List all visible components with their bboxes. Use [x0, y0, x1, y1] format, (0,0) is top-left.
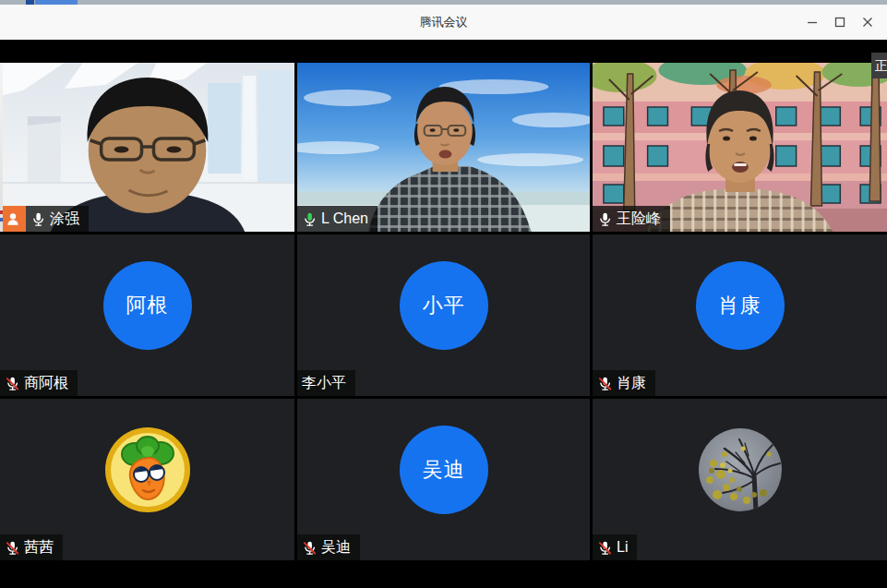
mic-muted-icon	[302, 540, 318, 556]
participant-name: 涂强	[50, 210, 79, 229]
sliver-blue-dot	[0, 218, 3, 222]
maximize-button[interactable]	[826, 8, 854, 36]
mic-speaking-icon	[302, 211, 318, 227]
window-controls	[798, 5, 881, 40]
nameplate: 涂强	[26, 206, 89, 232]
tile-lixiaoping[interactable]: 小平 李小平	[297, 234, 590, 396]
sliver-red-dot	[0, 210, 3, 214]
background-left-sliver	[0, 63, 3, 232]
minimize-button[interactable]	[798, 8, 826, 36]
participant-name: L Chen	[321, 210, 368, 227]
nameplate: 茜茜	[0, 534, 63, 560]
mic-muted-icon	[5, 376, 20, 391]
tile-qianqian[interactable]: 茜茜	[0, 399, 294, 560]
nameplate: 李小平	[297, 370, 355, 396]
tree-photo-avatar	[699, 428, 782, 511]
mic-on-icon	[30, 211, 46, 227]
maximize-icon	[834, 17, 845, 28]
mic-muted-icon	[5, 540, 20, 556]
nameplate: 王险峰	[593, 206, 670, 232]
title-bar: 腾讯会议	[0, 5, 887, 40]
tile-shangagen[interactable]: 阿根 商阿根	[0, 234, 294, 396]
video-grid: 涂强	[0, 63, 887, 560]
mic-on-icon	[597, 211, 613, 227]
nameplate: 吴迪	[297, 534, 360, 560]
carrot-avatar	[104, 426, 191, 513]
close-button[interactable]	[854, 8, 881, 36]
participant-name: 茜茜	[24, 538, 54, 558]
person-icon	[5, 210, 21, 227]
tile-wudi[interactable]: 吴迪 吴迪	[297, 399, 590, 560]
participant-name: 吴迪	[321, 538, 351, 558]
participant-name: 肖康	[617, 374, 646, 393]
tile-wangxianfeng[interactable]: 王险峰	[593, 63, 887, 232]
host-badge	[0, 206, 26, 232]
meeting-content: 正	[0, 40, 887, 588]
tile-li[interactable]: Li	[593, 399, 887, 560]
minimize-icon	[807, 17, 818, 28]
participant-name: 商阿根	[24, 374, 68, 393]
avatar-initials: 阿根	[103, 261, 192, 350]
nameplate: 商阿根	[0, 370, 78, 396]
close-icon	[862, 17, 873, 28]
participant-name: 李小平	[302, 374, 346, 393]
avatar-initials: 吴迪	[400, 426, 488, 514]
nameplate: Li	[593, 534, 637, 560]
mic-muted-icon	[597, 376, 613, 391]
participant-name: Li	[617, 539, 628, 556]
tile-l-chen[interactable]: L Chen	[297, 63, 590, 232]
tile-xiaokang[interactable]: 肖康 肖康	[593, 234, 887, 396]
nameplate: 肖康	[593, 370, 655, 396]
mic-muted-icon	[597, 540, 613, 556]
nameplate: L Chen	[297, 206, 378, 232]
participant-name: 王险峰	[617, 210, 661, 229]
speaking-indicator-badge: 正	[871, 53, 887, 78]
avatar-initials: 肖康	[696, 261, 785, 350]
avatar-initials: 小平	[400, 261, 488, 350]
tile-tuqiang[interactable]: 涂强	[0, 63, 294, 232]
window-title: 腾讯会议	[420, 14, 468, 30]
